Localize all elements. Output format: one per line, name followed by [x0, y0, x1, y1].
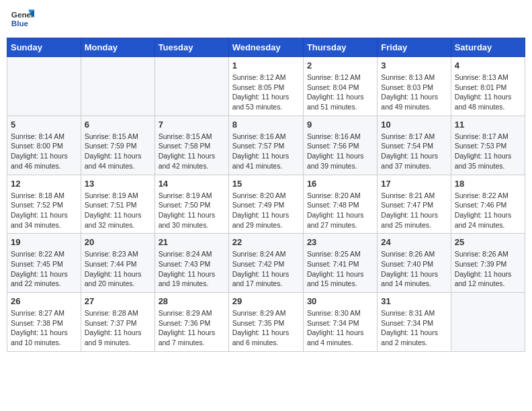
day-info: Sunrise: 8:26 AM Sunset: 7:40 PM Dayligh… [381, 249, 447, 289]
calendar-day-cell: 29Sunrise: 8:29 AM Sunset: 7:35 PM Dayli… [228, 293, 303, 352]
weekday-header-row: SundayMondayTuesdayWednesdayThursdayFrid… [7, 38, 525, 57]
calendar-week-row: 5Sunrise: 8:14 AM Sunset: 8:00 PM Daylig… [7, 116, 525, 175]
calendar-week-row: 26Sunrise: 8:27 AM Sunset: 7:38 PM Dayli… [7, 293, 525, 352]
day-number: 29 [232, 296, 300, 306]
calendar-day-cell: 28Sunrise: 8:29 AM Sunset: 7:36 PM Dayli… [154, 293, 228, 352]
calendar-day-cell: 31Sunrise: 8:31 AM Sunset: 7:34 PM Dayli… [378, 293, 451, 352]
weekday-header: Monday [81, 38, 154, 57]
calendar-day-cell: 1Sunrise: 8:12 AM Sunset: 8:05 PM Daylig… [228, 57, 303, 116]
weekday-header: Friday [378, 38, 451, 57]
day-info: Sunrise: 8:31 AM Sunset: 7:34 PM Dayligh… [381, 308, 447, 348]
day-info: Sunrise: 8:23 AM Sunset: 7:44 PM Dayligh… [85, 249, 151, 289]
day-info: Sunrise: 8:18 AM Sunset: 7:52 PM Dayligh… [11, 191, 77, 230]
day-info: Sunrise: 8:22 AM Sunset: 7:45 PM Dayligh… [11, 249, 77, 289]
calendar-day-cell [81, 57, 154, 116]
day-number: 4 [455, 60, 521, 71]
weekday-header: Tuesday [154, 38, 228, 57]
day-info: Sunrise: 8:15 AM Sunset: 7:59 PM Dayligh… [85, 132, 151, 171]
day-number: 22 [232, 237, 300, 247]
calendar-day-cell: 30Sunrise: 8:30 AM Sunset: 7:34 PM Dayli… [303, 293, 377, 352]
weekday-header: Sunday [7, 38, 81, 57]
day-number: 6 [85, 120, 151, 130]
day-number: 27 [85, 296, 151, 306]
calendar-day-cell: 3Sunrise: 8:13 AM Sunset: 8:03 PM Daylig… [378, 57, 451, 116]
day-info: Sunrise: 8:29 AM Sunset: 7:36 PM Dayligh… [159, 308, 225, 348]
day-info: Sunrise: 8:17 AM Sunset: 7:53 PM Dayligh… [455, 132, 521, 171]
day-info: Sunrise: 8:20 AM Sunset: 7:49 PM Dayligh… [232, 191, 300, 230]
calendar-day-cell: 6Sunrise: 8:15 AM Sunset: 7:59 PM Daylig… [81, 116, 154, 175]
day-info: Sunrise: 8:19 AM Sunset: 7:51 PM Dayligh… [85, 191, 151, 230]
day-number: 21 [159, 237, 225, 247]
day-number: 7 [159, 120, 225, 130]
calendar-day-cell: 4Sunrise: 8:13 AM Sunset: 8:01 PM Daylig… [451, 57, 525, 116]
day-info: Sunrise: 8:13 AM Sunset: 8:03 PM Dayligh… [381, 73, 447, 112]
day-info: Sunrise: 8:24 AM Sunset: 7:43 PM Dayligh… [159, 249, 225, 289]
day-info: Sunrise: 8:15 AM Sunset: 7:58 PM Dayligh… [159, 132, 225, 171]
calendar-day-cell: 12Sunrise: 8:18 AM Sunset: 7:52 PM Dayli… [7, 175, 81, 234]
day-number: 1 [232, 60, 300, 71]
day-number: 12 [11, 179, 77, 189]
day-number: 19 [11, 237, 77, 247]
day-info: Sunrise: 8:19 AM Sunset: 7:50 PM Dayligh… [159, 191, 225, 230]
day-number: 31 [381, 296, 447, 306]
day-info: Sunrise: 8:12 AM Sunset: 8:05 PM Dayligh… [232, 73, 300, 112]
day-number: 17 [381, 179, 447, 189]
day-number: 15 [232, 179, 300, 189]
day-info: Sunrise: 8:16 AM Sunset: 7:56 PM Dayligh… [307, 132, 373, 171]
calendar-day-cell: 5Sunrise: 8:14 AM Sunset: 8:00 PM Daylig… [7, 116, 81, 175]
day-info: Sunrise: 8:25 AM Sunset: 7:41 PM Dayligh… [307, 249, 373, 289]
calendar-day-cell: 18Sunrise: 8:22 AM Sunset: 7:46 PM Dayli… [451, 175, 525, 234]
day-number: 5 [11, 120, 77, 130]
day-info: Sunrise: 8:29 AM Sunset: 7:35 PM Dayligh… [232, 308, 300, 348]
calendar-day-cell: 14Sunrise: 8:19 AM Sunset: 7:50 PM Dayli… [154, 175, 228, 234]
day-number: 25 [455, 237, 521, 247]
calendar-day-cell: 27Sunrise: 8:28 AM Sunset: 7:37 PM Dayli… [81, 293, 154, 352]
day-number: 30 [307, 296, 373, 306]
calendar-day-cell: 8Sunrise: 8:16 AM Sunset: 7:57 PM Daylig… [228, 116, 303, 175]
calendar-week-row: 19Sunrise: 8:22 AM Sunset: 7:45 PM Dayli… [7, 234, 525, 293]
calendar-day-cell: 11Sunrise: 8:17 AM Sunset: 7:53 PM Dayli… [451, 116, 525, 175]
calendar-day-cell: 20Sunrise: 8:23 AM Sunset: 7:44 PM Dayli… [81, 234, 154, 293]
day-info: Sunrise: 8:20 AM Sunset: 7:48 PM Dayligh… [307, 191, 373, 230]
day-number: 16 [307, 179, 373, 189]
calendar-day-cell: 21Sunrise: 8:24 AM Sunset: 7:43 PM Dayli… [154, 234, 228, 293]
day-info: Sunrise: 8:30 AM Sunset: 7:34 PM Dayligh… [307, 308, 373, 348]
calendar-day-cell: 24Sunrise: 8:26 AM Sunset: 7:40 PM Dayli… [378, 234, 451, 293]
calendar-day-cell [7, 57, 81, 116]
calendar-day-cell: 2Sunrise: 8:12 AM Sunset: 8:04 PM Daylig… [303, 57, 377, 116]
day-number: 26 [11, 296, 77, 306]
day-info: Sunrise: 8:13 AM Sunset: 8:01 PM Dayligh… [455, 73, 521, 112]
day-info: Sunrise: 8:24 AM Sunset: 7:42 PM Dayligh… [232, 249, 300, 289]
calendar-day-cell [154, 57, 228, 116]
day-info: Sunrise: 8:26 AM Sunset: 7:39 PM Dayligh… [455, 249, 521, 289]
calendar-day-cell [451, 293, 525, 352]
day-info: Sunrise: 8:17 AM Sunset: 7:54 PM Dayligh… [381, 132, 447, 171]
logo: General Blue [10, 7, 34, 31]
day-number: 23 [307, 237, 373, 247]
calendar-day-cell: 23Sunrise: 8:25 AM Sunset: 7:41 PM Dayli… [303, 234, 377, 293]
day-info: Sunrise: 8:14 AM Sunset: 8:00 PM Dayligh… [11, 132, 77, 171]
calendar-day-cell: 17Sunrise: 8:21 AM Sunset: 7:47 PM Dayli… [378, 175, 451, 234]
day-info: Sunrise: 8:21 AM Sunset: 7:47 PM Dayligh… [381, 191, 447, 230]
day-number: 8 [232, 120, 300, 130]
calendar-day-cell: 22Sunrise: 8:24 AM Sunset: 7:42 PM Dayli… [228, 234, 303, 293]
calendar-day-cell: 15Sunrise: 8:20 AM Sunset: 7:49 PM Dayli… [228, 175, 303, 234]
calendar-day-cell: 7Sunrise: 8:15 AM Sunset: 7:58 PM Daylig… [154, 116, 228, 175]
day-number: 24 [381, 237, 447, 247]
calendar-week-row: 12Sunrise: 8:18 AM Sunset: 7:52 PM Dayli… [7, 175, 525, 234]
day-info: Sunrise: 8:28 AM Sunset: 7:37 PM Dayligh… [85, 308, 151, 348]
day-number: 2 [307, 60, 373, 71]
day-info: Sunrise: 8:16 AM Sunset: 7:57 PM Dayligh… [232, 132, 300, 171]
calendar-day-cell: 16Sunrise: 8:20 AM Sunset: 7:48 PM Dayli… [303, 175, 377, 234]
calendar-day-cell: 9Sunrise: 8:16 AM Sunset: 7:56 PM Daylig… [303, 116, 377, 175]
weekday-header: Thursday [303, 38, 377, 57]
day-number: 28 [159, 296, 225, 306]
day-number: 9 [307, 120, 373, 130]
day-info: Sunrise: 8:12 AM Sunset: 8:04 PM Dayligh… [307, 73, 373, 112]
day-number: 18 [455, 179, 521, 189]
day-number: 3 [381, 60, 447, 71]
calendar-day-cell: 26Sunrise: 8:27 AM Sunset: 7:38 PM Dayli… [7, 293, 81, 352]
day-number: 20 [85, 237, 151, 247]
page-header: General Blue [7, 7, 525, 31]
day-number: 13 [85, 179, 151, 189]
